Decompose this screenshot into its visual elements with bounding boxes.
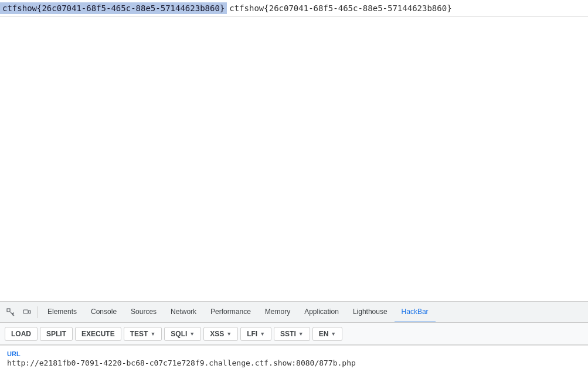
lfi-dropdown-arrow: ▼	[260, 331, 265, 337]
load-button[interactable]: LOAD	[5, 327, 38, 341]
tab-network[interactable]: Network	[164, 302, 203, 323]
en-dropdown-arrow: ▼	[331, 331, 336, 337]
url-label: URL	[7, 350, 581, 357]
sqli-dropdown[interactable]: SQLI ▼	[164, 327, 201, 341]
tab-lighthouse[interactable]: Lighthouse	[346, 302, 395, 323]
sqli-dropdown-arrow: ▼	[189, 331, 195, 337]
svg-rect-0	[7, 309, 10, 312]
svg-rect-2	[29, 310, 30, 313]
test-dropdown-arrow: ▼	[150, 331, 155, 337]
tab-performance[interactable]: Performance	[203, 302, 258, 323]
tab-application[interactable]: Application	[297, 302, 346, 323]
en-dropdown[interactable]: EN ▼	[312, 327, 343, 341]
ssti-dropdown-arrow: ▼	[298, 331, 304, 337]
tab-separator	[38, 306, 38, 318]
hackbar-toolbar: LOAD SPLIT EXECUTE TEST ▼ SQLI ▼ XSS ▼ L…	[0, 323, 588, 345]
ssti-dropdown[interactable]: SSTI ▼	[274, 327, 310, 341]
tab-console[interactable]: Console	[84, 302, 124, 323]
tab-sources[interactable]: Sources	[124, 302, 164, 323]
device-toggle-icon[interactable]	[19, 304, 35, 320]
xss-dropdown[interactable]: XSS ▼	[203, 327, 238, 341]
inspect-element-icon[interactable]	[2, 304, 19, 320]
flag-highlighted: ctfshow{26c07041-68f5-465c-88e5-57144623…	[0, 2, 227, 14]
devtools-panel: Elements Console Sources Network Perform…	[0, 301, 588, 372]
lfi-dropdown[interactable]: LFI ▼	[240, 327, 271, 341]
flag-display: ctfshow{26c07041-68f5-465c-88e5-57144623…	[0, 0, 588, 17]
xss-dropdown-arrow: ▼	[226, 331, 232, 337]
url-area: URL http://e2181fb0-7091-4220-bc68-c07c7…	[0, 345, 588, 372]
tab-hackbar[interactable]: HackBar	[395, 302, 436, 323]
flag-plain: ctfshow{26c07041-68f5-465c-88e5-57144623…	[227, 2, 454, 14]
split-button[interactable]: SPLIT	[40, 327, 73, 341]
svg-rect-1	[23, 310, 28, 313]
execute-button[interactable]: EXECUTE	[75, 327, 121, 341]
white-area	[0, 17, 588, 301]
tab-memory[interactable]: Memory	[258, 302, 297, 323]
tab-elements[interactable]: Elements	[40, 302, 84, 323]
devtools-tabs-bar: Elements Console Sources Network Perform…	[0, 302, 588, 323]
test-dropdown[interactable]: TEST ▼	[124, 327, 162, 341]
url-value: http://e2181fb0-7091-4220-bc68-c07c71e72…	[7, 359, 581, 367]
page-content: ctfshow{26c07041-68f5-465c-88e5-57144623…	[0, 0, 588, 372]
